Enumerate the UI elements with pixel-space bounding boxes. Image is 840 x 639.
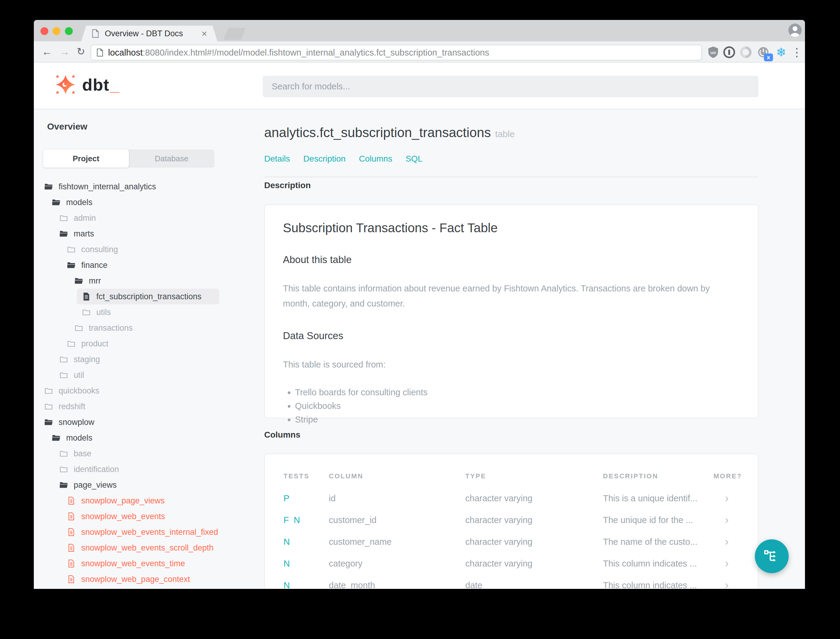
page-title: analytics.fct_subscription_transactionst… <box>264 125 515 140</box>
table-row-category[interactable]: Ncategorycharacter varyingThis column in… <box>284 553 739 574</box>
folder-icon <box>44 386 53 395</box>
browser-tab[interactable]: Overview - DBT Docs × <box>81 25 218 41</box>
tree-item-util[interactable]: util <box>41 367 219 383</box>
tree-item-label: snowplow_web_events_time <box>81 559 185 568</box>
column-header-more: MORE? <box>713 472 742 480</box>
tree-item-label: identification <box>74 465 119 474</box>
tree-item-label: marts <box>74 229 94 238</box>
tree-item-label: base <box>74 449 92 458</box>
folder-open-icon <box>59 229 68 238</box>
expand-row-chevron-icon[interactable]: › <box>713 536 739 548</box>
tree-item-marts[interactable]: marts <box>41 226 219 242</box>
nav-link-sql[interactable]: SQL <box>405 154 422 164</box>
browser-menu-icon[interactable]: ⋮ <box>790 46 803 59</box>
dbt-logo: dbt_ <box>56 75 119 95</box>
tree-item-label: snowplow_page_views <box>81 496 165 505</box>
tab-close-icon[interactable]: × <box>202 29 207 38</box>
nav-link-description[interactable]: Description <box>303 154 346 164</box>
expand-row-chevron-icon[interactable]: › <box>713 492 739 505</box>
tree-item-models[interactable]: models <box>41 430 219 446</box>
url-bar[interactable]: localhost:8080/index.html#!/model/model.… <box>91 45 702 60</box>
forward-button[interactable]: → <box>59 46 70 58</box>
ublock-extension-icon[interactable]: uo <box>707 46 720 59</box>
tree-item-identification[interactable]: identification <box>41 461 219 477</box>
back-button[interactable]: ← <box>42 46 52 58</box>
cell-description: The name of the custo... <box>603 537 713 547</box>
source-item: Quickbooks <box>295 399 740 413</box>
tree-item-label: staging <box>74 355 100 364</box>
tree-item-label: transactions <box>89 323 133 333</box>
description-section-label: Description <box>264 181 311 190</box>
tree-item-finance[interactable]: finance <box>41 257 219 273</box>
tree-item-snowplow_page_views[interactable]: snowplow_page_views <box>41 493 219 509</box>
tree-item-staging[interactable]: staging <box>41 351 219 367</box>
tree-item-label: finance <box>81 261 108 270</box>
expand-row-chevron-icon[interactable]: › <box>713 514 739 526</box>
sidebar-tab-project[interactable]: Project <box>43 149 129 168</box>
expand-row-chevron-icon[interactable]: › <box>713 557 739 570</box>
new-tab-button[interactable] <box>224 28 246 40</box>
cell-type: date <box>465 580 603 589</box>
folder-open-icon <box>44 182 53 191</box>
snowflake-extension-icon[interactable]: ❄ <box>775 46 788 59</box>
tree-item-fct_subscription_transactions[interactable]: fct_subscription_transactions <box>77 289 219 304</box>
tree-item-fishtown_internal_analytics[interactable]: fishtown_internal_analytics <box>41 179 219 194</box>
tree-item-label: fishtown_internal_analytics <box>59 182 156 191</box>
sidebar-tab-database[interactable]: Database <box>129 149 215 168</box>
file-outline-icon <box>67 528 76 537</box>
onepassword-extension-icon[interactable] <box>722 46 736 59</box>
sidebar-view-switcher: ProjectDatabase <box>43 149 214 168</box>
tree-item-snowplow[interactable]: snowplow <box>41 414 219 430</box>
table-row-customer_id[interactable]: F Ncustomer_idcharacter varyingThe uniqu… <box>284 509 739 531</box>
power-extension-icon[interactable]: x <box>757 46 770 59</box>
tree-item-models[interactable]: models <box>41 194 219 210</box>
tree-item-redshift[interactable]: redshift <box>41 399 219 414</box>
zoom-window-button[interactable] <box>65 27 73 35</box>
tree-item-transactions[interactable]: transactions <box>41 320 219 336</box>
expand-row-chevron-icon[interactable]: › <box>713 579 739 589</box>
tree-item-mrr[interactable]: mrr <box>41 273 219 289</box>
tree-item-snowplow_web_events[interactable]: snowplow_web_events <box>41 509 219 524</box>
tree-item-consulting[interactable]: consulting <box>41 242 219 257</box>
browser-window: Overview - DBT Docs × ← → ↻ localhost:80… <box>34 20 805 589</box>
divider <box>264 176 759 177</box>
profile-avatar[interactable] <box>788 24 802 37</box>
tree-item-snowplow_web_page_context[interactable]: snowplow_web_page_context <box>41 571 219 587</box>
file-outline-icon <box>67 543 76 552</box>
folder-icon <box>59 449 68 458</box>
nav-link-details[interactable]: Details <box>264 154 290 164</box>
tree-item-base[interactable]: base <box>41 446 219 461</box>
folder-icon <box>44 402 53 411</box>
tree-item-admin[interactable]: admin <box>41 210 219 226</box>
card-title: Subscription Transactions - Fact Table <box>283 221 740 235</box>
file-icon <box>82 292 91 301</box>
close-window-button[interactable] <box>40 27 48 35</box>
tree-item-label: snowplow_web_events <box>81 512 165 521</box>
tree-item-utils[interactable]: utils <box>41 304 219 320</box>
minimize-window-button[interactable] <box>52 27 60 35</box>
search-input[interactable] <box>263 76 759 97</box>
cell-description: This is a unique identif... <box>603 493 713 504</box>
nav-link-columns[interactable]: Columns <box>359 154 392 164</box>
table-row-customer_name[interactable]: Ncustomer_namecharacter varyingThe name … <box>284 531 739 553</box>
lineage-graph-button[interactable] <box>755 539 789 573</box>
folder-icon <box>67 245 76 254</box>
table-row-id[interactable]: Pidcharacter varyingThis is a unique ide… <box>284 487 739 509</box>
columns-table-body: Pidcharacter varyingThis is a unique ide… <box>284 487 739 589</box>
tree-item-snowplow_web_events_time[interactable]: snowplow_web_events_time <box>41 556 219 571</box>
url-host: localhost <box>108 48 143 58</box>
tree-item-quickbooks[interactable]: quickbooks <box>41 383 219 399</box>
refresh-button[interactable]: ↻ <box>77 46 85 58</box>
tree-item-page_views[interactable]: page_views <box>41 477 219 493</box>
file-outline-icon <box>67 512 76 521</box>
sources-heading: Data Sources <box>283 330 740 342</box>
tree-item-snowplow_web_events_internal_fixed[interactable]: snowplow_web_events_internal_fixed <box>41 524 219 540</box>
table-row-date_month[interactable]: Ndate_monthdateThis column indicates ...… <box>284 574 739 589</box>
file-outline-icon <box>67 575 76 584</box>
opera-extension-icon[interactable] <box>739 46 753 59</box>
tree-item-product[interactable]: product <box>41 336 219 351</box>
brand-name: dbt <box>82 75 109 95</box>
folder-icon <box>74 323 83 332</box>
tree-item-snowplow_web_events_scroll_depth[interactable]: snowplow_web_events_scroll_depth <box>41 540 219 556</box>
folder-icon <box>59 370 68 380</box>
